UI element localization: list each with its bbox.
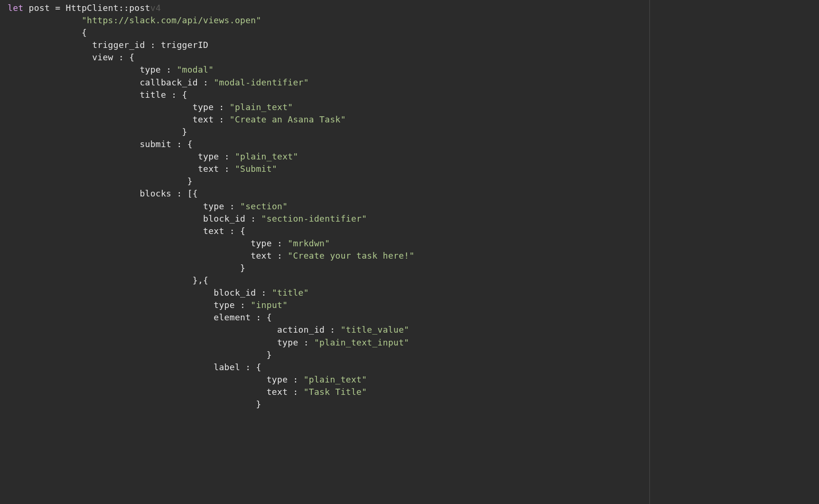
- code-line: blocks : [{: [8, 188, 198, 198]
- string-plain-text-input: "plain_text_input": [314, 337, 409, 347]
- string-plaintext: "plain_text": [304, 374, 367, 384]
- colon: :: [293, 387, 298, 397]
- colon: :: [224, 151, 230, 161]
- code-line: text : {: [8, 226, 245, 236]
- colon: :: [219, 114, 224, 124]
- code-line: block_id : "title": [8, 288, 309, 298]
- key-trigger-id: trigger_id: [92, 40, 145, 50]
- brace-open: {: [129, 52, 134, 62]
- code-line: text : "Create an Asana Task": [8, 114, 346, 124]
- brace-close: }: [187, 176, 193, 186]
- key-type: type: [277, 337, 298, 347]
- string-mrkdwn: "mrkdwn": [288, 238, 330, 248]
- colon: :: [219, 102, 224, 112]
- code-line: type : "plain_text": [8, 151, 298, 161]
- key-type: type: [203, 201, 224, 211]
- code-line: type : "input": [8, 300, 288, 310]
- key-text: text: [198, 164, 219, 174]
- colon: :: [277, 251, 282, 261]
- code-line: {: [8, 28, 87, 37]
- colon: :: [245, 362, 251, 372]
- operator-equals: =: [55, 3, 60, 13]
- string-section-id: "section-identifier": [261, 214, 367, 224]
- brace-close: }: [256, 399, 261, 409]
- bracket-brace-open: [{: [187, 188, 198, 198]
- value-triggerid: triggerID: [161, 40, 208, 50]
- class-httpclient: HttpClient: [66, 3, 119, 13]
- brace-open: {: [256, 362, 261, 372]
- code-editor[interactable]: let post = HttpClient::postv4 "https://s…: [0, 0, 819, 412]
- string-title-value: "title_value": [341, 325, 410, 335]
- code-line: element : {: [8, 312, 272, 322]
- key-type: type: [214, 300, 235, 310]
- colon: :: [240, 300, 245, 310]
- code-line: type : "plain_text": [8, 374, 367, 384]
- code-line: label : {: [8, 362, 261, 372]
- code-line: type : "mrkdwn": [8, 238, 330, 248]
- key-label: label: [214, 362, 240, 372]
- colon: :: [304, 337, 309, 347]
- colon: :: [203, 77, 208, 87]
- string-plaintext: "plain_text": [235, 151, 298, 161]
- key-type: type: [140, 65, 161, 75]
- brace-close: }: [240, 263, 245, 273]
- colon: :: [256, 312, 261, 322]
- key-element: element: [214, 312, 251, 322]
- colon: :: [177, 188, 182, 198]
- key-text: text: [193, 114, 214, 124]
- brace-open: {: [82, 28, 87, 37]
- code-line: submit : {: [8, 139, 193, 149]
- variable-post: post: [29, 3, 50, 13]
- code-line: }: [8, 263, 245, 273]
- code-line: type : "modal": [8, 65, 214, 75]
- colon: :: [171, 90, 177, 100]
- code-line: text : "Create your task here!": [8, 251, 415, 261]
- key-type: type: [198, 151, 219, 161]
- string-task-title: "Task Title": [304, 387, 367, 397]
- colon: :: [330, 325, 335, 335]
- brace-open: {: [240, 226, 245, 236]
- key-text: text: [251, 251, 272, 261]
- colon: :: [150, 40, 156, 50]
- key-submit: submit: [140, 139, 171, 149]
- colon: :: [251, 214, 256, 224]
- code-line: type : "plain_text_input": [8, 337, 409, 347]
- code-line: }: [8, 399, 261, 409]
- key-type: type: [267, 374, 288, 384]
- key-view: view: [92, 52, 113, 62]
- colon: :: [166, 65, 171, 75]
- string-title: "title": [272, 288, 309, 298]
- colon: :: [224, 164, 230, 174]
- colon: :: [119, 52, 124, 62]
- code-line: }: [8, 350, 272, 360]
- ghost-text: v4: [150, 3, 161, 13]
- code-line: }: [8, 127, 187, 137]
- code-line: text : "Submit": [8, 164, 277, 174]
- code-line: }: [8, 176, 193, 186]
- editor-ruler: [649, 0, 650, 504]
- string-create-task: "Create your task here!": [288, 251, 414, 261]
- code-line: text : "Task Title": [8, 387, 367, 397]
- code-line: },{: [8, 275, 208, 285]
- brace-open: {: [187, 139, 193, 149]
- brace-open: {: [267, 312, 272, 322]
- key-block-id: block_id: [214, 288, 256, 298]
- colon: :: [230, 226, 235, 236]
- code-line: action_id : "title_value": [8, 325, 409, 335]
- colon: :: [261, 288, 267, 298]
- string-section: "section": [240, 201, 288, 211]
- code-line: block_id : "section-identifier": [8, 214, 367, 224]
- brace-close-open: },{: [193, 275, 208, 285]
- code-line: title : {: [8, 90, 187, 100]
- code-line: trigger_id : triggerID: [8, 40, 208, 50]
- colon: :: [230, 201, 235, 211]
- keyword-let: let: [8, 3, 23, 13]
- string-url: "https://slack.com/api/views.open": [82, 15, 261, 25]
- code-line: "https://slack.com/api/views.open": [8, 15, 261, 25]
- string-callback: "modal-identifier": [214, 77, 308, 87]
- brace-close: }: [267, 350, 272, 360]
- code-line: callback_id : "modal-identifier": [8, 77, 309, 87]
- string-modal: "modal": [177, 65, 214, 75]
- key-title: title: [140, 90, 166, 100]
- key-callback-id: callback_id: [140, 77, 198, 87]
